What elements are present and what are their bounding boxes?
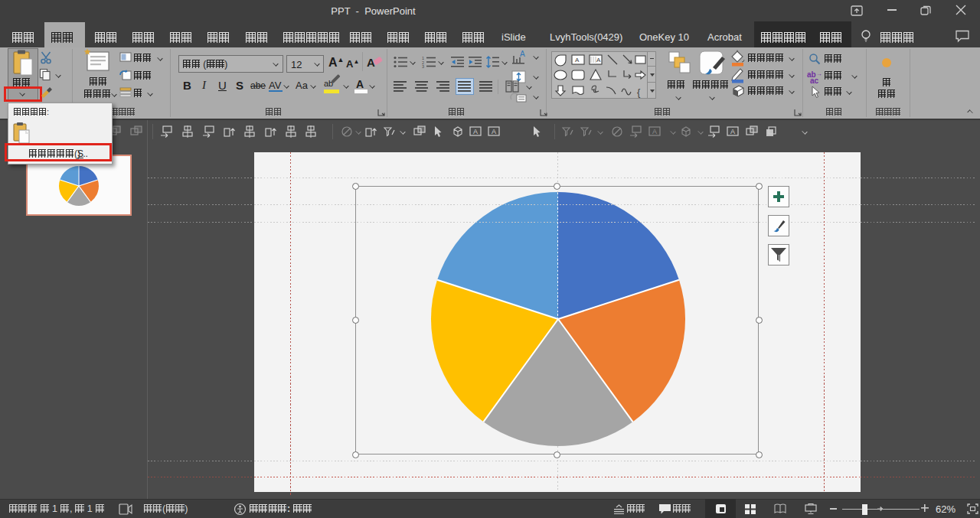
svg-text:A: A	[596, 57, 601, 64]
svg-text:A: A	[652, 128, 657, 135]
svg-text:A: A	[492, 128, 496, 135]
svg-text:A: A	[520, 50, 525, 58]
svg-text:3: 3	[422, 64, 424, 68]
svg-text:A: A	[730, 128, 735, 135]
svg-text:A: A	[575, 57, 580, 64]
svg-text:A: A	[473, 128, 478, 135]
svg-text:{: {	[637, 86, 641, 98]
